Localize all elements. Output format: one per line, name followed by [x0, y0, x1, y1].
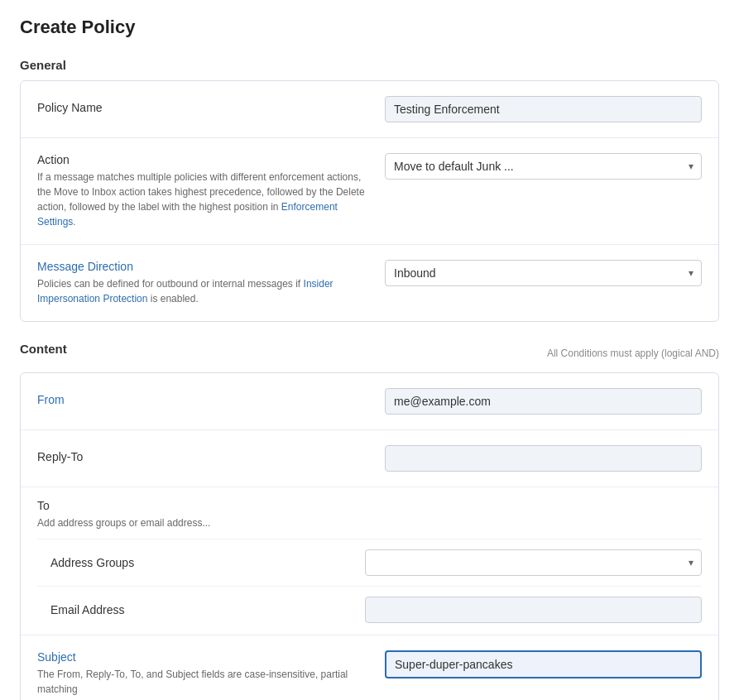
from-input[interactable] [385, 388, 702, 415]
message-direction-row: Message Direction Policies can be define… [21, 245, 718, 321]
message-direction-select[interactable]: Inbound Outbound Internal [385, 260, 702, 286]
email-address-row: Email Address [37, 586, 702, 635]
to-placeholder-text: Add address groups or email address... [37, 515, 702, 530]
to-label: To [37, 499, 702, 512]
policy-name-label: Policy Name [37, 101, 368, 114]
subject-row: Subject The From, Reply-To, To, and Subj… [21, 635, 718, 700]
general-section: General Policy Name Action If a message … [20, 58, 719, 322]
from-row: From [21, 373, 718, 430]
address-groups-label: Address Groups [50, 556, 365, 569]
condition-note: All Conditions must apply (logical AND) [547, 348, 719, 359]
action-label: Action [37, 153, 368, 166]
message-direction-select-wrapper: Inbound Outbound Internal ▾ [385, 260, 702, 286]
content-section-title: Content [20, 342, 67, 356]
action-select-wrapper: Move to default Junk ... Move to Inbox D… [385, 153, 702, 180]
address-groups-row: Address Groups ▾ [37, 539, 702, 586]
action-select[interactable]: Move to default Junk ... Move to Inbox D… [385, 153, 702, 180]
address-groups-select-wrapper: ▾ [365, 549, 702, 576]
subject-label: Subject [37, 650, 368, 664]
reply-to-row: Reply-To [21, 430, 718, 487]
content-card: From Reply-To To Add address groups or e… [20, 372, 719, 700]
general-card: Policy Name Action If a message matches … [20, 80, 719, 322]
email-address-input[interactable] [365, 597, 702, 623]
from-label: From [37, 393, 368, 406]
email-address-label: Email Address [50, 603, 365, 616]
address-groups-select[interactable] [365, 549, 702, 576]
policy-name-row: Policy Name [21, 81, 718, 138]
subject-input[interactable] [385, 650, 702, 678]
action-row: Action If a message matches multiple pol… [21, 138, 718, 245]
general-section-title: General [20, 58, 719, 72]
reply-to-input[interactable] [385, 445, 702, 472]
policy-name-input[interactable] [385, 96, 702, 122]
to-section: To Add address groups or email address..… [21, 487, 718, 635]
page-title: Create Policy [20, 17, 719, 38]
content-section: Content All Conditions must apply (logic… [20, 342, 719, 700]
message-direction-label: Message Direction [37, 260, 368, 273]
subject-description: The From, Reply-To, To, and Subject fiel… [37, 667, 368, 697]
message-direction-description: Policies can be defined for outbound or … [37, 276, 368, 306]
reply-to-label: Reply-To [37, 450, 368, 463]
action-description: If a message matches multiple policies w… [37, 170, 368, 229]
